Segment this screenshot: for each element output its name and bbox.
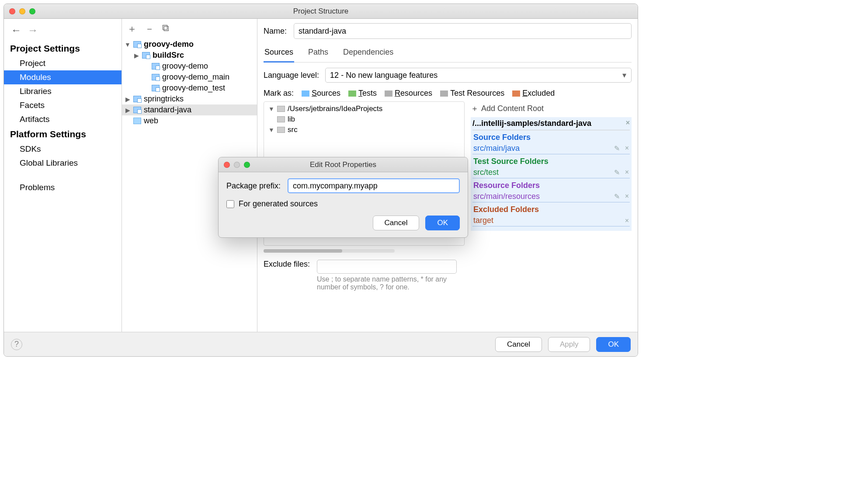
excluded-icon xyxy=(512,90,520,97)
name-label: Name: xyxy=(264,27,287,36)
module-tree-item[interactable]: ▼groovy-demo xyxy=(122,39,257,50)
language-level-select[interactable]: 12 - No new language features xyxy=(325,68,632,83)
dialog-close-icon[interactable] xyxy=(224,162,230,168)
module-icon xyxy=(133,41,141,48)
edit-icon[interactable]: ✎ xyxy=(614,168,620,177)
tabs: Sources Paths Dependencies xyxy=(264,45,632,63)
dir-tree-item[interactable]: ▼/Users/jetbrains/IdeaProjects xyxy=(264,104,464,114)
dialog-title: Edit Root Properties xyxy=(310,160,376,169)
dir-tree-item[interactable]: lib xyxy=(264,114,464,125)
sidebar-item-sdks[interactable]: SDKs xyxy=(4,142,122,156)
module-tree-item[interactable]: ▶buildSrc xyxy=(122,50,257,61)
module-tree-item[interactable]: web xyxy=(122,115,257,126)
mark-test-resources[interactable]: Test Resources xyxy=(440,89,504,98)
sidebar-item-modules[interactable]: Modules xyxy=(4,70,122,84)
minimize-window-icon[interactable] xyxy=(19,8,25,14)
folder-icon xyxy=(277,116,285,122)
edit-root-properties-dialog: Edit Root Properties Package prefix: For… xyxy=(218,157,468,238)
forward-icon: → xyxy=(28,24,38,36)
ok-button[interactable]: OK xyxy=(596,337,631,352)
cancel-button[interactable]: Cancel xyxy=(495,337,542,352)
folder-group-header: Excluded Folders xyxy=(472,202,630,215)
folder-item[interactable]: src/main/java✎× xyxy=(472,143,630,154)
dialog-ok-button[interactable]: OK xyxy=(425,216,460,230)
generated-sources-checkbox[interactable]: For generated sources xyxy=(226,199,460,209)
module-icon xyxy=(152,85,160,91)
window-title: Project Structure xyxy=(293,7,349,16)
sidebar: ← → Project Settings Project Modules Lib… xyxy=(4,19,122,332)
resources-icon xyxy=(385,90,392,97)
help-icon[interactable]: ? xyxy=(11,339,22,350)
remove-icon[interactable]: × xyxy=(625,217,629,225)
remove-icon[interactable]: × xyxy=(625,168,629,177)
module-icon xyxy=(133,96,141,102)
edit-icon[interactable]: ✎ xyxy=(614,192,620,201)
sidebar-section-project-settings: Project Settings xyxy=(4,41,122,56)
exclude-files-label: Exclude files: xyxy=(264,260,310,269)
module-name-input[interactable] xyxy=(294,23,632,39)
folder-group-header: Test Source Folders xyxy=(472,154,630,167)
folder-item[interactable]: src/main/resources✎× xyxy=(472,191,630,202)
package-prefix-input[interactable] xyxy=(288,178,460,193)
sidebar-item-problems[interactable]: Problems xyxy=(4,181,122,195)
dir-tree-item[interactable]: ▼src xyxy=(264,125,464,135)
folder-group-header: Resource Folders xyxy=(472,178,630,191)
tab-sources[interactable]: Sources xyxy=(264,45,294,63)
sidebar-item-artifacts[interactable]: Artifacts xyxy=(4,112,122,126)
sidebar-item-facets[interactable]: Facets xyxy=(4,98,122,112)
mark-tests[interactable]: Tests xyxy=(348,89,377,98)
edit-icon[interactable]: ✎ xyxy=(614,144,620,153)
exclude-files-input[interactable] xyxy=(317,260,457,274)
module-tree-item[interactable]: ▶standard-java xyxy=(122,104,257,115)
mark-excluded[interactable]: Excluded xyxy=(512,89,555,98)
content-roots-panel: ＋Add Content Root /...intellij-samples/s… xyxy=(465,101,632,246)
dialog-zoom-icon[interactable] xyxy=(244,162,250,168)
apply-button[interactable]: Apply xyxy=(548,337,590,352)
sources-icon xyxy=(302,90,309,97)
zoom-window-icon[interactable] xyxy=(29,8,35,14)
tab-dependencies[interactable]: Dependencies xyxy=(342,45,394,62)
test-resources-icon xyxy=(440,90,448,97)
sidebar-item-project[interactable]: Project xyxy=(4,56,122,70)
package-prefix-label: Package prefix: xyxy=(226,181,281,191)
folder-icon xyxy=(277,106,285,112)
add-content-root[interactable]: ＋Add Content Root xyxy=(471,101,632,117)
folder-item[interactable]: src/test✎× xyxy=(472,167,630,178)
module-icon xyxy=(142,52,150,59)
module-tree-item[interactable]: groovy-demo xyxy=(122,61,257,72)
back-icon[interactable]: ← xyxy=(11,24,21,36)
copy-module-icon[interactable]: ⧉ xyxy=(162,22,169,35)
folder-icon xyxy=(277,127,285,133)
footer: ? Cancel Apply OK xyxy=(4,332,638,356)
exclude-hint: Use ; to separate name patterns, * for a… xyxy=(317,275,461,291)
mark-sources[interactable]: Sources xyxy=(302,89,340,98)
folder-item[interactable]: target× xyxy=(472,215,630,226)
close-window-icon[interactable] xyxy=(9,8,15,14)
remove-content-root-icon[interactable]: × xyxy=(626,119,630,128)
remove-module-icon[interactable]: － xyxy=(145,22,154,35)
content-root-path[interactable]: /...intellij-samples/standard-java × xyxy=(472,117,630,130)
sidebar-section-platform-settings: Platform Settings xyxy=(4,126,122,142)
folder-group-header: Source Folders xyxy=(472,130,630,143)
folder-icon xyxy=(133,118,141,124)
traffic-lights xyxy=(4,8,35,14)
remove-icon[interactable]: × xyxy=(625,144,629,153)
plus-icon: ＋ xyxy=(471,103,479,114)
generated-sources-checkbox-input[interactable] xyxy=(226,200,234,208)
tab-paths[interactable]: Paths xyxy=(307,45,329,62)
module-icon xyxy=(133,107,141,113)
sidebar-item-libraries[interactable]: Libraries xyxy=(4,84,122,98)
horizontal-scrollbar[interactable] xyxy=(264,249,395,253)
module-tree-item[interactable]: groovy-demo_main xyxy=(122,72,257,83)
dialog-minimize-icon xyxy=(234,162,240,168)
add-module-icon[interactable]: ＋ xyxy=(127,22,137,35)
mark-resources[interactable]: Resources xyxy=(385,89,432,98)
module-icon xyxy=(152,63,160,70)
remove-icon[interactable]: × xyxy=(625,192,629,201)
module-tree-item[interactable]: ▶springtricks xyxy=(122,94,257,104)
project-structure-window: Project Structure ← → Project Settings P… xyxy=(3,3,638,357)
dialog-cancel-button[interactable]: Cancel xyxy=(373,216,420,230)
module-tree-item[interactable]: groovy-demo_test xyxy=(122,83,257,94)
titlebar: Project Structure xyxy=(4,4,638,19)
sidebar-item-global-libraries[interactable]: Global Libraries xyxy=(4,156,122,170)
